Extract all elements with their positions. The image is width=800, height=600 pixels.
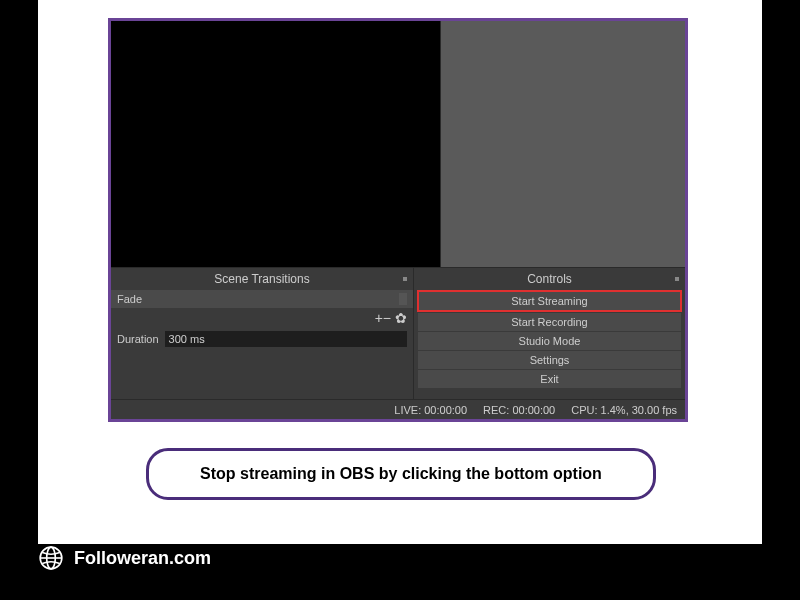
transition-tools: +−✿ bbox=[111, 308, 413, 328]
preview-padding bbox=[441, 21, 685, 267]
caption-bubble: Stop streaming in OBS by clicking the bo… bbox=[146, 448, 656, 500]
start-streaming-button[interactable]: Start Streaming bbox=[417, 290, 682, 312]
controls-title: Controls bbox=[527, 272, 572, 286]
preview-canvas[interactable] bbox=[111, 21, 441, 267]
scene-transitions-panel: Scene Transitions Fade +−✿ Duration 300 … bbox=[111, 268, 414, 399]
globe-icon bbox=[38, 545, 64, 571]
preview-area bbox=[111, 21, 685, 267]
panel-menu-icon[interactable] bbox=[403, 277, 407, 281]
scene-transitions-title: Scene Transitions bbox=[214, 272, 309, 286]
transition-name: Fade bbox=[117, 293, 399, 305]
settings-button[interactable]: Settings bbox=[418, 351, 681, 369]
caption-text: Stop streaming in OBS by clicking the bo… bbox=[200, 465, 602, 482]
dropdown-handle-icon bbox=[399, 293, 407, 305]
status-bar: LIVE: 00:00:00 REC: 00:00:00 CPU: 1.4%, … bbox=[111, 399, 685, 419]
footer: Followeran.com bbox=[38, 545, 211, 571]
duration-input[interactable]: 300 ms bbox=[165, 331, 407, 347]
controls-panel: Controls Start Streaming Start Recording… bbox=[414, 268, 685, 399]
controls-header: Controls bbox=[414, 268, 685, 290]
studio-mode-button[interactable]: Studio Mode bbox=[418, 332, 681, 350]
panel-menu-icon[interactable] bbox=[675, 277, 679, 281]
canvas-background: Scene Transitions Fade +−✿ Duration 300 … bbox=[38, 0, 762, 544]
transition-select[interactable]: Fade bbox=[111, 290, 413, 308]
gear-icon[interactable]: ✿ bbox=[395, 310, 407, 326]
bottom-panels: Scene Transitions Fade +−✿ Duration 300 … bbox=[111, 267, 685, 399]
status-rec: REC: 00:00:00 bbox=[483, 404, 555, 416]
exit-button[interactable]: Exit bbox=[418, 370, 681, 388]
remove-icon[interactable]: − bbox=[383, 310, 391, 326]
duration-label: Duration bbox=[117, 333, 159, 345]
add-icon[interactable]: + bbox=[375, 310, 383, 326]
start-recording-button[interactable]: Start Recording bbox=[418, 313, 681, 331]
status-live: LIVE: 00:00:00 bbox=[394, 404, 467, 416]
footer-brand: Followeran.com bbox=[74, 548, 211, 569]
status-cpu: CPU: 1.4%, 30.00 fps bbox=[571, 404, 677, 416]
obs-window: Scene Transitions Fade +−✿ Duration 300 … bbox=[108, 18, 688, 422]
scene-transitions-header: Scene Transitions bbox=[111, 268, 413, 290]
duration-row: Duration 300 ms bbox=[111, 328, 413, 350]
